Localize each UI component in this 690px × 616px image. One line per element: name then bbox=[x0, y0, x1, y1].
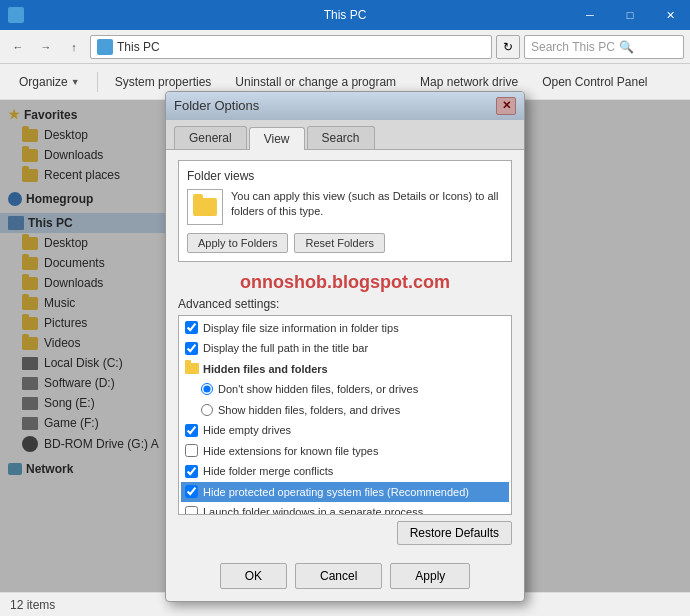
folder-views-section: Folder views You can apply this view (su… bbox=[178, 160, 512, 262]
address-box[interactable]: This PC bbox=[90, 35, 492, 59]
window-title: This PC bbox=[324, 8, 367, 22]
folder-preview-icon bbox=[187, 189, 223, 225]
toolbar-separator-1 bbox=[97, 72, 98, 92]
refresh-button[interactable]: ↻ bbox=[496, 35, 520, 59]
status-items-count: 12 items bbox=[10, 598, 55, 612]
dialog-footer: OK Cancel Apply bbox=[166, 555, 524, 601]
adv-item-hidden-group: Hidden files and folders bbox=[181, 359, 509, 380]
open-control-panel-button[interactable]: Open Control Panel bbox=[531, 68, 658, 96]
window-controls: ─ □ ✕ bbox=[570, 0, 690, 30]
adv-settings-label: Advanced settings: bbox=[178, 297, 512, 311]
adv-item-0[interactable]: Display file size information in folder … bbox=[181, 318, 509, 339]
adv-item-hide-protected[interactable]: Hide protected operating system files (R… bbox=[181, 482, 509, 503]
checkbox-separate-process[interactable] bbox=[185, 506, 198, 515]
search-box[interactable]: Search This PC 🔍 bbox=[524, 35, 684, 59]
radio-dont-show[interactable] bbox=[201, 383, 213, 395]
adv-item-1[interactable]: Display the full path in the title bar bbox=[181, 338, 509, 359]
dialog-body: Folder views You can apply this view (su… bbox=[166, 150, 524, 555]
folder-view-preview: You can apply this view (such as Details… bbox=[187, 189, 503, 225]
organize-chevron: ▼ bbox=[71, 77, 80, 87]
watermark-text: onnoshob.blogspot.com bbox=[178, 272, 512, 293]
adv-item-hide-empty[interactable]: Hide empty drives bbox=[181, 420, 509, 441]
search-icon: 🔍 bbox=[619, 40, 634, 54]
forward-button[interactable]: → bbox=[34, 35, 58, 59]
address-bar: ← → ↑ This PC ↻ Search This PC 🔍 bbox=[0, 30, 690, 64]
search-placeholder: Search This PC bbox=[531, 40, 615, 54]
checkbox-file-size[interactable] bbox=[185, 321, 198, 334]
checkbox-hide-ext[interactable] bbox=[185, 444, 198, 457]
dialog-tabs: General View Search bbox=[166, 120, 524, 150]
tab-general[interactable]: General bbox=[174, 126, 247, 149]
folder-view-description: You can apply this view (such as Details… bbox=[231, 189, 503, 220]
tab-view[interactable]: View bbox=[249, 127, 305, 150]
minimize-button[interactable]: ─ bbox=[570, 0, 610, 30]
main-content: ★ Favorites Desktop Downloads Recent pla… bbox=[0, 100, 690, 592]
dialog-title-bar: Folder Options ✕ bbox=[166, 92, 524, 120]
window-icon bbox=[8, 7, 24, 23]
mini-folder-icon bbox=[193, 198, 217, 216]
folder-views-title: Folder views bbox=[187, 169, 503, 183]
apply-to-folders-button[interactable]: Apply to Folders bbox=[187, 233, 288, 253]
maximize-button[interactable]: □ bbox=[610, 0, 650, 30]
checkbox-hide-protected[interactable] bbox=[185, 485, 198, 498]
cancel-button[interactable]: Cancel bbox=[295, 563, 382, 589]
view-buttons: Apply to Folders Reset Folders bbox=[187, 233, 503, 253]
address-icon bbox=[97, 39, 113, 55]
dialog-close-button[interactable]: ✕ bbox=[496, 97, 516, 115]
adv-item-radio-dont-show[interactable]: Don't show hidden files, folders, or dri… bbox=[181, 379, 509, 400]
dialog-title-text: Folder Options bbox=[174, 98, 259, 113]
tab-search[interactable]: Search bbox=[307, 126, 375, 149]
title-bar: This PC ─ □ ✕ bbox=[0, 0, 690, 30]
address-text: This PC bbox=[117, 40, 160, 54]
radio-show[interactable] bbox=[201, 404, 213, 416]
ok-button[interactable]: OK bbox=[220, 563, 287, 589]
reset-folders-button[interactable]: Reset Folders bbox=[294, 233, 384, 253]
folder-icon-hidden bbox=[185, 363, 199, 374]
close-button[interactable]: ✕ bbox=[650, 0, 690, 30]
checkbox-hide-empty[interactable] bbox=[185, 424, 198, 437]
adv-item-separate-process[interactable]: Launch folder windows in a separate proc… bbox=[181, 502, 509, 515]
adv-item-hide-ext[interactable]: Hide extensions for known file types bbox=[181, 441, 509, 462]
folder-options-dialog: Folder Options ✕ General View Search bbox=[165, 91, 525, 602]
organize-label: Organize bbox=[19, 75, 68, 89]
adv-item-hide-merge[interactable]: Hide folder merge conflicts bbox=[181, 461, 509, 482]
checkbox-hide-merge[interactable] bbox=[185, 465, 198, 478]
checkbox-full-path[interactable] bbox=[185, 342, 198, 355]
up-button[interactable]: ↑ bbox=[62, 35, 86, 59]
advanced-settings-list[interactable]: Display file size information in folder … bbox=[178, 315, 512, 515]
organize-button[interactable]: Organize ▼ bbox=[8, 68, 91, 96]
adv-item-radio-show[interactable]: Show hidden files, folders, and drives bbox=[181, 400, 509, 421]
apply-button[interactable]: Apply bbox=[390, 563, 470, 589]
dialog-overlay: Folder Options ✕ General View Search bbox=[0, 100, 690, 592]
back-button[interactable]: ← bbox=[6, 35, 30, 59]
restore-defaults-button[interactable]: Restore Defaults bbox=[397, 521, 512, 545]
